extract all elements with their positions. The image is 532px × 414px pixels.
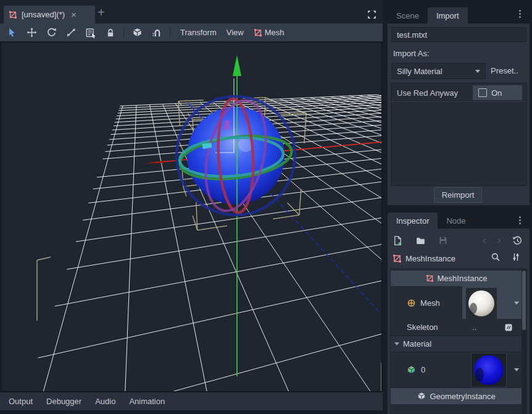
list-select-icon bbox=[85, 27, 96, 38]
property-row-skeleton: Skeleton .. bbox=[391, 319, 522, 336]
skeleton-value[interactable]: .. bbox=[472, 323, 476, 332]
chevron-down-icon[interactable] bbox=[514, 302, 519, 305]
material-slot-label: 0 bbox=[421, 365, 425, 374]
preset-button[interactable]: Preset.. bbox=[491, 66, 518, 75]
import-as-dropdown[interactable]: Silly Material bbox=[391, 63, 486, 79]
edited-object-name: MeshInstance bbox=[405, 254, 455, 263]
dock-menu-icon[interactable] bbox=[519, 216, 521, 218]
select-tool-button[interactable] bbox=[5, 26, 19, 40]
collapse-chevron-icon bbox=[394, 342, 399, 345]
new-resource-button[interactable] bbox=[391, 234, 404, 247]
viewport-3d[interactable] bbox=[1, 42, 382, 392]
category-geometryinstance: GeometryInstance bbox=[391, 388, 522, 404]
mesh-menu[interactable]: Mesh bbox=[254, 28, 285, 37]
folder-icon bbox=[415, 235, 426, 246]
bottom-panel-bar: Output Debugger Audio Animation bbox=[0, 392, 383, 410]
option-row-use-red-anyway: Use Red Anyway On bbox=[391, 85, 526, 102]
option-value-cell[interactable]: On bbox=[473, 85, 522, 100]
edited-object-row: MeshInstance bbox=[389, 250, 528, 267]
node-path-assign-icon[interactable] bbox=[504, 323, 513, 332]
category-label: MeshInstance bbox=[438, 274, 488, 283]
object-history-button[interactable] bbox=[511, 234, 523, 247]
mesh-instance-icon bbox=[9, 11, 17, 19]
magnet-icon bbox=[152, 27, 162, 38]
snap-toggle-button[interactable] bbox=[150, 26, 164, 40]
scale-icon bbox=[66, 27, 77, 38]
search-icon bbox=[491, 252, 501, 262]
chevron-down-icon[interactable] bbox=[514, 368, 519, 371]
import-file-field[interactable]: test.mtxt bbox=[391, 27, 526, 42]
property-label-cell: 0 bbox=[391, 352, 462, 387]
material-section-label: Material bbox=[403, 339, 431, 349]
property-row-mesh: Mesh bbox=[391, 286, 522, 321]
tab-scene[interactable]: Scene bbox=[388, 7, 428, 23]
spatial-toolbar: Transform View Mesh bbox=[0, 23, 383, 42]
scene-tab-unsaved[interactable]: [unsaved](*) × bbox=[4, 6, 95, 23]
section-material[interactable]: Material bbox=[391, 336, 522, 352]
scene-tab-bar: [unsaved](*) × + bbox=[0, 0, 383, 23]
inspector-scrollbar[interactable] bbox=[522, 269, 526, 413]
history-clock-icon bbox=[512, 235, 523, 246]
material-resource-icon bbox=[407, 365, 416, 374]
mesh-menu-label: Mesh bbox=[265, 28, 285, 37]
tab-import[interactable]: Import bbox=[428, 7, 468, 23]
search-properties-button[interactable] bbox=[489, 251, 502, 263]
save-resource-button[interactable] bbox=[437, 234, 449, 247]
viewport-canvas[interactable] bbox=[1, 43, 381, 391]
scrollbar-thumb[interactable] bbox=[522, 271, 526, 330]
debugger-button[interactable]: Debugger bbox=[46, 397, 81, 406]
select-arrow-icon bbox=[7, 27, 17, 38]
expand-viewport-icon[interactable] bbox=[367, 9, 377, 20]
import-file-name: test.mtxt bbox=[397, 30, 427, 40]
category-meshinstance: MeshInstance bbox=[391, 271, 522, 286]
animation-button[interactable]: Animation bbox=[129, 397, 165, 406]
dock-menu-icon[interactable] bbox=[519, 10, 521, 12]
cube-icon bbox=[132, 27, 143, 38]
history-forward-button[interactable]: › bbox=[497, 235, 501, 245]
tab-node[interactable]: Node bbox=[438, 213, 474, 229]
output-button[interactable]: Output bbox=[9, 397, 33, 406]
option-label: Use Red Anyway bbox=[397, 88, 458, 98]
rotate-tool-button[interactable] bbox=[44, 26, 58, 40]
mesh-resource-picker[interactable] bbox=[462, 286, 522, 320]
transform-menu[interactable]: Transform bbox=[180, 28, 217, 37]
import-as-value: Silly Material bbox=[397, 67, 443, 76]
mesh-property-label: Mesh bbox=[420, 298, 440, 308]
material-preview-thumbnail[interactable] bbox=[471, 353, 507, 387]
mesh-instance-icon bbox=[393, 254, 402, 263]
mesh-instance-icon bbox=[426, 274, 434, 282]
close-icon[interactable]: × bbox=[71, 11, 77, 19]
list-select-tool-button[interactable] bbox=[84, 26, 98, 40]
mesh-resource-icon bbox=[407, 298, 416, 308]
load-resource-button[interactable] bbox=[414, 234, 426, 247]
history-back-button[interactable]: ‹ bbox=[483, 235, 486, 245]
scale-tool-button[interactable] bbox=[64, 26, 78, 40]
reimport-label: Reimport bbox=[442, 190, 475, 200]
inspector-tools-button[interactable] bbox=[510, 251, 522, 263]
move-icon bbox=[27, 27, 37, 38]
property-label-cell: Mesh bbox=[391, 286, 462, 320]
option-value-label: On bbox=[491, 88, 502, 98]
checkbox-icon[interactable] bbox=[478, 88, 487, 97]
chevron-down-icon bbox=[475, 70, 480, 73]
view-menu[interactable]: View bbox=[227, 28, 244, 37]
sliders-icon bbox=[511, 252, 521, 262]
inspector-property-tree: MeshInstance Mesh bbox=[390, 268, 527, 414]
godot-editor-window: [unsaved](*) × + bbox=[0, 0, 532, 414]
toolbar-separator bbox=[170, 27, 170, 38]
reimport-button[interactable]: Reimport bbox=[434, 187, 482, 203]
tab-inspector[interactable]: Inspector bbox=[388, 213, 438, 229]
category-label: GeometryInstance bbox=[430, 392, 495, 401]
add-scene-button[interactable]: + bbox=[98, 6, 105, 19]
import-options-list: Use Red Anyway On bbox=[391, 83, 527, 186]
local-space-button[interactable] bbox=[130, 26, 144, 40]
move-tool-button[interactable] bbox=[25, 26, 38, 40]
toolbar-separator bbox=[123, 27, 124, 38]
skeleton-property-label: Skeleton bbox=[407, 323, 438, 332]
mesh-instance-icon bbox=[254, 28, 262, 37]
lock-tool-button[interactable] bbox=[104, 26, 117, 40]
scene-tab-title: [unsaved](*) bbox=[22, 10, 65, 19]
audio-button[interactable]: Audio bbox=[95, 397, 115, 406]
lock-icon bbox=[106, 28, 115, 38]
mesh-preview-thumbnail[interactable] bbox=[466, 288, 497, 319]
